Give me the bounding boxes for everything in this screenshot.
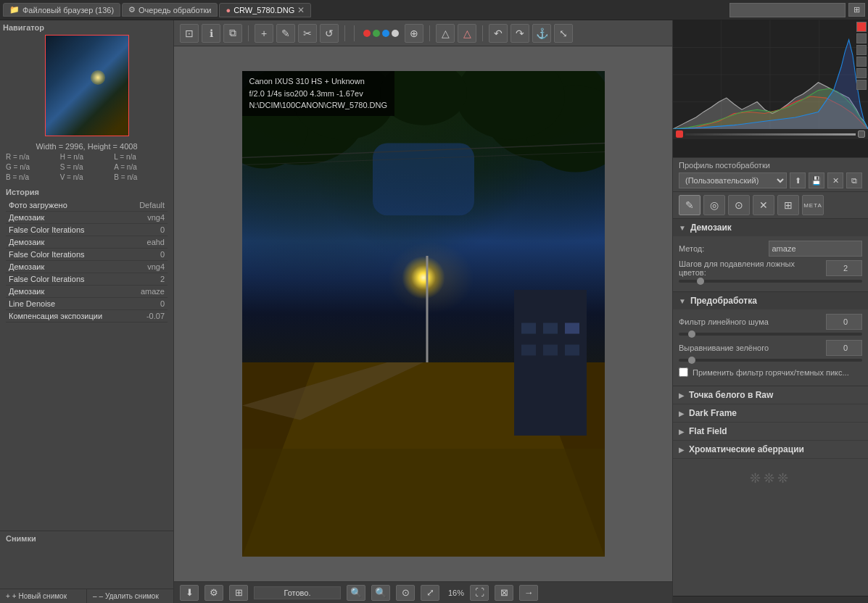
right-bottom-scrollbar[interactable]: [673, 596, 868, 603]
undo-btn[interactable]: ↶: [489, 24, 508, 43]
hist-btn4[interactable]: [856, 68, 867, 78]
zoom-100-btn[interactable]: ⊙: [396, 585, 415, 601]
demosaic-content: Метод: Шагов для подавления ложных цвето…: [673, 236, 868, 291]
module-icon-4[interactable]: ✕: [753, 195, 774, 215]
grid-btn[interactable]: ⊞: [229, 585, 248, 601]
module-icon-5[interactable]: ⊞: [777, 195, 799, 215]
hist-btn2[interactable]: [856, 45, 867, 55]
remove-snapshot-button[interactable]: – – Удалить снимок: [87, 589, 173, 603]
demosaic-header[interactable]: ▼ Демозаик: [673, 219, 868, 236]
add-snapshot-button[interactable]: + + Новый снимок: [0, 589, 87, 603]
history-item-4[interactable]: False Color Iterations0: [6, 249, 168, 261]
history-item-5[interactable]: Демозаикvng4: [6, 261, 168, 273]
remove-snapshot-icon: –: [93, 592, 97, 600]
snapshots-title: Снимки: [6, 534, 168, 543]
tab-queue[interactable]: ⚙ Очередь обработки: [122, 3, 218, 17]
profile-select[interactable]: (Пользовательский): [679, 172, 787, 188]
method-input[interactable]: [769, 241, 863, 257]
module-icon-2[interactable]: ◎: [703, 195, 725, 215]
export-btn[interactable]: ⬇: [180, 585, 199, 601]
hotpixel-checkbox[interactable]: [679, 367, 688, 377]
module-icon-meta[interactable]: META: [802, 195, 824, 215]
profile-up-btn[interactable]: ⬆: [790, 172, 806, 188]
history-item-3[interactable]: Демозаикeahd: [6, 236, 168, 249]
profile-copy-btn[interactable]: ⧉: [846, 172, 862, 188]
preprocess-title: Предобработка: [690, 296, 757, 306]
titlebar-search-input[interactable]: [729, 3, 846, 17]
steps-slider[interactable]: [679, 280, 862, 283]
brush-btn[interactable]: ✎: [276, 24, 295, 43]
module-icons-row: ✎ ◎ ⊙ ✕ ⊞ META: [673, 192, 868, 219]
settings-btn[interactable]: ⚙: [204, 585, 223, 601]
tab-current-file[interactable]: ● CRW_5780.DNG ✕: [219, 3, 311, 17]
triangle2-btn[interactable]: △: [458, 24, 476, 43]
tab-close-icon[interactable]: ✕: [297, 5, 305, 15]
expand-btn[interactable]: ⤡: [554, 24, 573, 43]
photo-info-line3: N:\DCIM\100CANON\CRW_5780.DNG: [249, 99, 388, 112]
photo-container: Canon IXUS 310 HS + Unknown f/2.0 1/4s i…: [242, 71, 605, 557]
green-eq-thumb[interactable]: [688, 357, 695, 364]
green-eq-spinner[interactable]: [826, 340, 862, 356]
preprocess-header[interactable]: ▼ Предобработка: [673, 292, 868, 309]
method-row: Метод:: [679, 241, 862, 257]
hist-btn3[interactable]: [856, 57, 867, 67]
flat-field-item[interactable]: ▶ Flat Field: [673, 423, 868, 441]
demosaic-section: ▼ Демозаик Метод: Шагов для подавления л…: [673, 219, 868, 292]
line-noise-spinner[interactable]: [826, 314, 862, 330]
zoom-out-btn[interactable]: 🔍: [347, 585, 365, 601]
overlay-btn[interactable]: ⊠: [495, 585, 513, 601]
steps-spinner[interactable]: [826, 260, 862, 276]
white-point-item[interactable]: ▶ Точка белого в Raw: [673, 386, 868, 404]
module-icon-1[interactable]: ✎: [679, 195, 700, 215]
dark-frame-item[interactable]: ▶ Dark Frame: [673, 404, 868, 423]
history-item-1[interactable]: Демозаикvng4: [6, 212, 168, 224]
photo-info-line2: f/2.0 1/4s iso200 4.3mm -1.67ev: [249, 88, 388, 100]
history-item-0[interactable]: Фото загруженоDefault: [6, 199, 168, 212]
profile-save-btn[interactable]: 💾: [809, 172, 824, 188]
green-eq-row: Выравнивание зелёного: [679, 340, 862, 356]
hist-btn1[interactable]: [856, 33, 867, 43]
export2-btn[interactable]: →: [519, 585, 538, 601]
chromatic-item[interactable]: ▶ Хроматические аберрации: [673, 441, 868, 459]
history-item-9[interactable]: Компенсация экспозиции-0.07: [6, 310, 168, 323]
a-value: A = n/a: [114, 162, 168, 172]
steps-slider-thumb[interactable]: [697, 278, 704, 285]
line-noise-slider[interactable]: [679, 333, 862, 336]
green-eq-slider[interactable]: [679, 359, 862, 362]
statusbar: ⬇ ⚙ ⊞ Готово. 🔍 🔍 ⊙ ⤢ 16% ⛶ ⊠ →: [174, 581, 672, 603]
left-panel: Навигатор Width = 2996, Height = 4008 R …: [0, 20, 174, 603]
module-icon-3[interactable]: ⊙: [728, 195, 750, 215]
history-title: История: [6, 188, 168, 196]
method-label: Метод:: [679, 244, 766, 253]
circle-btn[interactable]: ⊕: [405, 24, 423, 43]
anchor-btn[interactable]: ⚓: [532, 24, 551, 43]
hist-bottom-row: [673, 129, 868, 139]
svg-rect-7: [373, 144, 474, 216]
crop-btn[interactable]: ✂: [298, 24, 317, 43]
right-scroll-area[interactable]: ▼ Демозаик Метод: Шагов для подавления л…: [673, 219, 868, 596]
zoom-fit-btn2[interactable]: ⤢: [421, 585, 439, 601]
redo-btn[interactable]: ↷: [511, 24, 529, 43]
photo-info-line1: Canon IXUS 310 HS + Unknown: [249, 75, 388, 88]
hist-btn5[interactable]: [856, 80, 867, 90]
toolbar-separator-2: [344, 25, 345, 41]
zoom-in-btn[interactable]: 🔍: [371, 585, 390, 601]
tab-filebrowser[interactable]: 📁 Файловый браузер (136): [3, 3, 120, 17]
loading-dots: ❊❊❊: [673, 459, 868, 498]
add-btn[interactable]: +: [255, 24, 273, 43]
history-item-6[interactable]: False Color Iterations2: [6, 273, 168, 286]
rotate-btn[interactable]: ↺: [320, 24, 339, 43]
line-noise-thumb[interactable]: [688, 330, 695, 338]
titlebar-grid-btn[interactable]: ⊞: [848, 3, 865, 17]
triangle1-btn[interactable]: △: [436, 24, 455, 43]
history-item-7[interactable]: Демозаикamaze: [6, 286, 168, 298]
info-btn[interactable]: ℹ: [202, 24, 220, 43]
history-item-2[interactable]: False Color Iterations0: [6, 224, 168, 236]
image-area[interactable]: Canon IXUS 310 HS + Unknown f/2.0 1/4s i…: [174, 46, 672, 581]
profile-delete-btn[interactable]: ✕: [827, 172, 843, 188]
status-text: Готово.: [254, 586, 341, 599]
zoom-fit-btn[interactable]: ⊡: [180, 24, 199, 43]
fullscreen-btn[interactable]: ⛶: [470, 585, 489, 601]
copy-btn[interactable]: ⧉: [223, 24, 242, 43]
history-item-8[interactable]: Line Denoise0: [6, 298, 168, 310]
